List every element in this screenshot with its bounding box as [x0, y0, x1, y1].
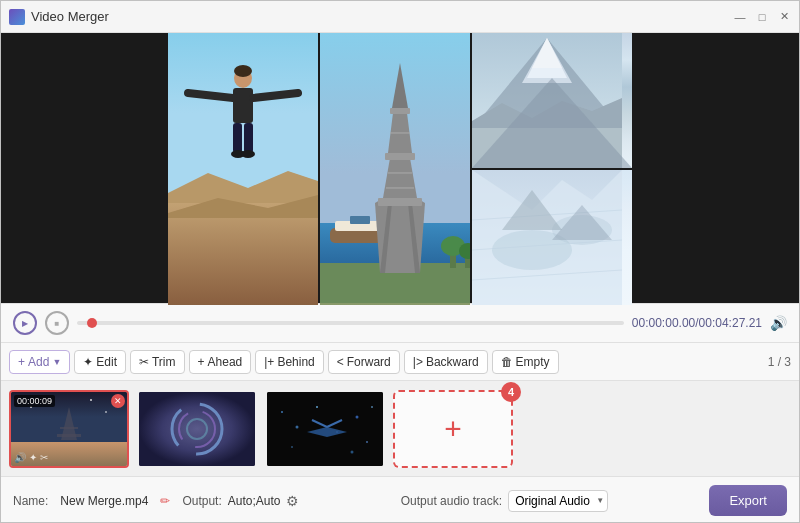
backward-button[interactable]: |> Backward: [404, 350, 488, 374]
export-button[interactable]: Export: [709, 485, 787, 516]
maximize-button[interactable]: □: [755, 10, 769, 24]
backward-icon: |>: [413, 355, 423, 369]
svg-point-74: [291, 446, 293, 448]
svg-rect-55: [60, 427, 78, 429]
stop-button[interactable]: ■: [45, 311, 69, 335]
add-button[interactable]: + Add ▼: [9, 350, 70, 374]
audio-track-select-wrapper: Original Audio ▼: [508, 490, 608, 512]
svg-marker-6: [472, 98, 622, 128]
clips-area: 00:00:09 🔊 ✦ ✂ ✕: [1, 381, 799, 476]
plus-icon: +: [18, 355, 25, 369]
clip-item-3[interactable]: [265, 390, 385, 468]
output-gear-icon[interactable]: ⚙: [286, 493, 299, 509]
clip-thumbnail-1: 00:00:09 🔊 ✦ ✂: [11, 392, 127, 466]
eiffel-svg: [320, 33, 470, 303]
jumper-visual: [168, 33, 318, 305]
trim-button[interactable]: ✂ Trim: [130, 350, 185, 374]
edit-icon: ✦: [83, 355, 93, 369]
svg-point-67: [316, 406, 318, 408]
ahead-icon: +: [198, 355, 205, 369]
svg-point-69: [356, 415, 359, 418]
main-window: Video Merger — □ ✕: [0, 0, 800, 523]
svg-rect-16: [233, 123, 242, 153]
magic-clip-icon: ✦: [29, 452, 37, 463]
add-clip-wrapper: + 4: [393, 390, 513, 468]
volume-clip-icon: 🔊: [14, 452, 26, 463]
window-controls: — □ ✕: [733, 10, 791, 24]
forward-button[interactable]: < Forward: [328, 350, 400, 374]
eiffel-visual: [320, 33, 470, 305]
svg-rect-25: [350, 216, 370, 224]
clip-icons-1: 🔊 ✦ ✂: [14, 452, 48, 463]
behind-button[interactable]: |+ Behind: [255, 350, 324, 374]
svg-line-15: [253, 93, 298, 98]
clip-thumbnail-2: [139, 392, 255, 466]
svg-point-66: [296, 425, 299, 428]
bottom-row-1: Name: New Merge.mp4 ✏ Output: Auto;Auto …: [13, 485, 787, 516]
clip-thumbnail-3: [267, 392, 383, 466]
svg-point-12: [234, 65, 252, 77]
time-display: 00:00:00.00/00:04:27.21: [632, 316, 762, 330]
video-cell-mountain-bottom: [472, 170, 632, 305]
svg-rect-33: [378, 198, 422, 206]
svg-rect-17: [244, 123, 253, 153]
svg-point-70: [366, 441, 368, 443]
svg-rect-13: [233, 88, 253, 123]
video-cell-eiffel: [320, 33, 470, 305]
title-bar: Video Merger — □ ✕: [1, 1, 799, 33]
svg-point-59: [105, 411, 107, 413]
behind-icon: |+: [264, 355, 274, 369]
clip-time-badge-1: 00:00:09: [14, 395, 55, 407]
empty-button[interactable]: 🗑 Empty: [492, 350, 559, 374]
play-button[interactable]: ▶: [13, 311, 37, 335]
svg-point-19: [241, 150, 255, 158]
clip-item-1[interactable]: 00:00:09 🔊 ✦ ✂ ✕: [9, 390, 129, 468]
preview-area: [1, 33, 799, 303]
forward-icon: <: [337, 355, 344, 369]
trash-icon: 🗑: [501, 355, 513, 369]
svg-rect-54: [57, 434, 81, 437]
toolbar: + Add ▼ ✦ Edit ✂ Trim + Ahead |+ Behind …: [1, 343, 799, 381]
svg-line-14: [188, 93, 233, 98]
progress-track[interactable]: [77, 321, 624, 325]
scissors-clip-icon: ✂: [40, 452, 48, 463]
add-clip-badge: 4: [501, 382, 521, 402]
clip-item-2[interactable]: [137, 390, 257, 468]
progress-dot: [87, 318, 97, 328]
video-cell-mountain-top: [472, 33, 632, 168]
add-dropdown-arrow: ▼: [52, 357, 61, 367]
svg-point-65: [281, 411, 283, 413]
page-indicator: 1 / 3: [768, 355, 791, 369]
svg-rect-35: [385, 153, 415, 160]
video-cell-jumper: [168, 33, 318, 305]
svg-point-75: [351, 450, 354, 453]
output-value: Auto;Auto: [228, 494, 281, 508]
clip-thumb-3-svg: [267, 392, 383, 466]
trim-icon: ✂: [139, 355, 149, 369]
mountain-top-visual: [472, 33, 632, 168]
clip-remove-1[interactable]: ✕: [111, 394, 125, 408]
ahead-button[interactable]: + Ahead: [189, 350, 252, 374]
clip-thumb-2-svg: [139, 392, 255, 466]
audio-track-label: Output audio track:: [401, 494, 502, 508]
audio-track-select[interactable]: Original Audio: [508, 490, 608, 512]
mountain-bottom-visual: [472, 170, 632, 305]
close-button[interactable]: ✕: [777, 10, 791, 24]
volume-icon[interactable]: 🔊: [770, 315, 787, 331]
minimize-button[interactable]: —: [733, 10, 747, 24]
mountain-top-svg: [472, 33, 622, 168]
name-value: New Merge.mp4: [60, 494, 148, 508]
jumper-svg: [168, 33, 318, 303]
output-label: Output:: [182, 494, 221, 508]
output-section: Output: Auto;Auto ⚙: [182, 493, 299, 509]
name-edit-icon[interactable]: ✏: [160, 494, 170, 508]
add-clip-button[interactable]: +: [393, 390, 513, 468]
add-clip-plus-icon: +: [444, 412, 462, 446]
svg-point-58: [90, 399, 92, 401]
svg-point-76: [371, 406, 373, 408]
audio-track-section: Output audio track: Original Audio ▼: [401, 490, 608, 512]
content-area: ▶ ■ 00:00:00.00/00:04:27.21 🔊 + Add ▼ ✦ …: [1, 33, 799, 522]
app-icon: [9, 9, 25, 25]
edit-button[interactable]: ✦ Edit: [74, 350, 126, 374]
playback-bar: ▶ ■ 00:00:00.00/00:04:27.21 🔊: [1, 303, 799, 343]
